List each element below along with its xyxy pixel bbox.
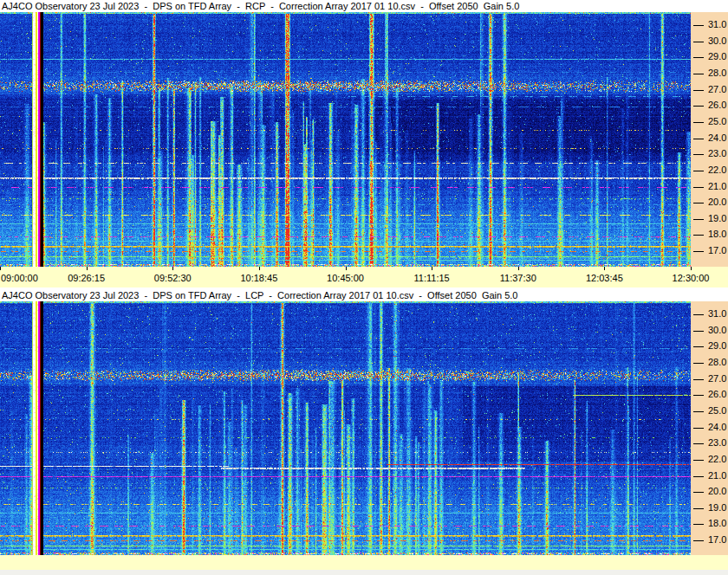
freq-tick — [693, 540, 704, 541]
rcp-panel-title: AJ4CO Observatory 23 Jul 2023 - DPS on T… — [0, 0, 728, 12]
freq-tick-label: 22.0 — [708, 165, 726, 175]
freq-tick-label: 19.0 — [708, 502, 726, 513]
freq-tick — [693, 476, 704, 477]
freq-tick — [693, 379, 704, 380]
freq-tick-label: 30.0 — [708, 36, 726, 46]
freq-tick — [693, 122, 704, 123]
time-tick — [604, 267, 605, 270]
freq-tick-label: 25.0 — [708, 116, 726, 126]
spectrograph-window: AJ4CO Observatory 23 Jul 2023 - DPS on T… — [0, 0, 728, 575]
freq-tick-label: 31.0 — [708, 19, 726, 29]
time-tick — [691, 267, 692, 270]
freq-tick — [693, 57, 704, 58]
freq-tick — [693, 74, 704, 74]
freq-tick — [693, 428, 704, 429]
time-tick — [87, 267, 88, 270]
freq-tick-label: 24.0 — [708, 132, 726, 143]
time-tick-label: 09:00:00 — [1, 273, 38, 283]
time-tick-label: 10:45:00 — [327, 273, 364, 283]
freq-tick — [693, 106, 704, 107]
lcp-spectrogram — [0, 301, 691, 555]
time-tick — [172, 267, 173, 270]
freq-tick-label: 29.0 — [708, 341, 726, 352]
time-tick — [0, 267, 1, 270]
freq-tick-label: 17.0 — [708, 245, 726, 255]
freq-tick-label: 21.0 — [708, 181, 726, 191]
time-tick — [432, 267, 432, 270]
freq-tick — [693, 42, 704, 42]
freq-tick-label: 23.0 — [708, 438, 726, 449]
freq-tick — [693, 331, 704, 332]
time-tick-label: 09:26:15 — [68, 273, 105, 283]
freq-tick — [693, 314, 704, 315]
rcp-frequency-axis: 31.030.029.028.027.026.025.024.023.022.0… — [691, 12, 728, 267]
freq-tick — [693, 235, 704, 236]
time-tick-label: 09:52:30 — [154, 273, 192, 283]
freq-tick-label: 31.0 — [708, 308, 726, 319]
freq-tick — [693, 411, 704, 412]
freq-tick-label: 30.0 — [708, 325, 726, 335]
freq-tick-label: 22.0 — [708, 454, 726, 464]
freq-tick — [693, 203, 704, 204]
freq-tick — [693, 524, 704, 525]
freq-tick-label: 28.0 — [708, 68, 726, 78]
freq-tick — [693, 443, 704, 444]
freq-tick — [693, 171, 704, 171]
freq-tick — [693, 508, 704, 509]
time-tick — [346, 267, 347, 270]
time-tick-label: 10:18:45 — [240, 273, 277, 283]
freq-tick-label: 26.0 — [708, 390, 726, 400]
freq-tick — [693, 139, 704, 139]
freq-tick — [693, 395, 704, 396]
freq-tick-label: 19.0 — [708, 213, 726, 223]
freq-tick — [693, 251, 704, 252]
freq-tick-label: 23.0 — [708, 149, 726, 159]
freq-tick — [693, 154, 704, 155]
freq-tick-label: 29.0 — [708, 52, 726, 62]
lcp-panel-title: AJ4CO Observatory 23 Jul 2023 - DPS on T… — [0, 288, 728, 301]
freq-tick — [693, 25, 704, 26]
time-tick — [259, 267, 260, 270]
freq-tick-label: 20.0 — [708, 197, 726, 208]
freq-tick-label: 17.0 — [708, 534, 726, 545]
freq-tick — [693, 187, 704, 188]
freq-tick-label: 18.0 — [708, 229, 726, 240]
freq-tick — [693, 219, 704, 220]
freq-tick — [693, 346, 704, 347]
time-tick-label: 12:03:45 — [586, 273, 623, 283]
time-tick-label: 12:30:00 — [673, 273, 710, 283]
time-tick-label: 11:11:15 — [414, 273, 450, 283]
time-tick-label: 11:37:30 — [500, 273, 536, 283]
time-tick — [518, 267, 519, 270]
freq-tick-label: 25.0 — [708, 405, 726, 416]
freq-tick-label: 27.0 — [708, 84, 726, 94]
freq-tick-label: 27.0 — [708, 373, 726, 384]
bottom-time-axis-strip — [0, 555, 728, 570]
freq-tick — [693, 363, 704, 364]
freq-tick-label: 26.0 — [708, 100, 726, 111]
rcp-spectrogram — [0, 12, 691, 267]
bottom-margin — [0, 570, 728, 575]
freq-tick-label: 21.0 — [708, 470, 726, 481]
freq-tick — [693, 460, 704, 461]
time-axis: 09:00:0009:26:1509:52:3010:18:4510:45:00… — [0, 267, 728, 288]
freq-tick-label: 18.0 — [708, 519, 726, 529]
freq-tick — [693, 90, 704, 91]
freq-tick-label: 24.0 — [708, 422, 726, 432]
freq-tick — [693, 492, 704, 493]
freq-tick-label: 20.0 — [708, 487, 726, 497]
freq-tick-label: 28.0 — [708, 357, 726, 367]
lcp-frequency-axis: 31.030.029.028.027.026.025.024.023.022.0… — [691, 301, 728, 555]
